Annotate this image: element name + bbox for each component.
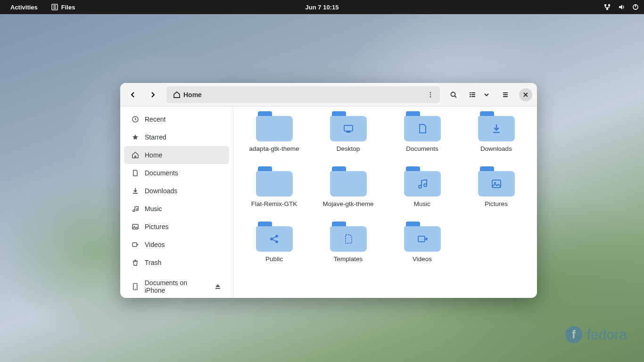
folder-public[interactable]: Public	[239, 219, 309, 265]
folder-desktop[interactable]: Desktop	[313, 108, 383, 155]
hamburger-menu-button[interactable]	[497, 87, 513, 103]
clock-button[interactable]: Jun 7 10:15	[299, 0, 346, 14]
svg-rect-20	[470, 94, 471, 95]
chevron-down-icon	[483, 91, 490, 99]
app-menu-label: Files	[61, 4, 75, 11]
sidebar-item-starred[interactable]: Starred	[124, 128, 229, 146]
sidebar-item-label: Trash	[145, 259, 161, 266]
app-menu-button[interactable]: Files	[44, 0, 82, 14]
sidebar-item-label: Starred	[145, 133, 166, 141]
sidebar-item-documents[interactable]: Documents	[124, 164, 229, 182]
fedora-logo-icon: f	[565, 326, 582, 343]
sidebar-item-home[interactable]: Home	[124, 146, 229, 164]
sidebar-item-label: Downloads	[145, 187, 177, 195]
sidebar-item-label: Recent	[145, 115, 165, 123]
path-segment-home[interactable]: Home	[170, 91, 205, 99]
list-view-icon	[469, 91, 476, 99]
system-tray[interactable]	[603, 3, 644, 11]
folder-icon	[256, 111, 293, 141]
folder-label: Pictures	[485, 200, 508, 207]
power-icon	[632, 3, 639, 11]
sidebar-item-pictures[interactable]: Pictures	[124, 218, 229, 236]
fedora-watermark: f fedora	[565, 326, 627, 343]
folder-icon	[478, 111, 515, 141]
folder-adapta-gtk-theme[interactable]: adapta-gtk-theme	[239, 108, 309, 155]
folder-icon	[256, 222, 293, 252]
folder-label: Templates	[334, 255, 363, 263]
header-bar: Home	[120, 83, 537, 107]
files-app-icon	[51, 3, 58, 11]
sidebar-item-label: Pictures	[145, 223, 169, 230]
svg-rect-6	[606, 8, 608, 10]
network-icon	[603, 3, 611, 11]
kebab-icon	[427, 91, 434, 98]
svg-rect-4	[604, 4, 606, 6]
sidebar-item-music[interactable]: Music	[124, 200, 229, 218]
folder-label: Desktop	[337, 145, 360, 152]
svg-rect-19	[471, 92, 475, 93]
close-icon	[523, 92, 528, 98]
sidebar-device-iphone[interactable]: Documents on iPhone	[124, 279, 229, 294]
folder-videos[interactable]: Videos	[387, 219, 457, 265]
close-button[interactable]	[519, 88, 532, 101]
music-icon	[132, 205, 139, 213]
folder-pictures[interactable]: Pictures	[461, 164, 531, 210]
folder-icon	[404, 166, 441, 197]
svg-point-13	[430, 92, 431, 93]
svg-rect-35	[132, 243, 137, 247]
sidebar-item-downloads[interactable]: Downloads	[124, 182, 229, 200]
svg-rect-22	[470, 96, 471, 97]
folder-flat-remix-gtk[interactable]: Flat-Remix-GTK	[239, 164, 309, 210]
search-button[interactable]	[446, 87, 462, 103]
chevron-left-icon	[129, 91, 137, 99]
home-icon	[132, 151, 139, 159]
sidebar-item-label: Documents	[145, 169, 178, 177]
svg-rect-21	[471, 94, 475, 95]
eject-icon[interactable]	[214, 283, 222, 290]
hamburger-icon	[502, 91, 509, 99]
picture-icon	[132, 223, 139, 230]
sidebar-item-label: Home	[145, 151, 162, 159]
folder-label: adapta-gtk-theme	[249, 145, 299, 152]
path-bar[interactable]: Home	[166, 86, 440, 103]
svg-point-14	[430, 94, 431, 95]
sidebar-device-label: Documents on iPhone	[145, 279, 209, 294]
forward-button[interactable]	[145, 87, 161, 103]
folder-label: Mojave-gtk-theme	[322, 200, 373, 207]
folder-documents[interactable]: Documents	[387, 108, 457, 155]
view-options-button[interactable]	[479, 87, 494, 103]
clock-icon	[132, 115, 139, 123]
files-window: Home RecentStarredHomeDocumentsDownloads	[120, 83, 537, 298]
folder-icon	[330, 166, 367, 197]
clock-label: Jun 7 10:15	[305, 4, 339, 11]
search-icon	[450, 91, 457, 99]
activities-button[interactable]: Activities	[4, 0, 44, 14]
folder-mojave-gtk-theme[interactable]: Mojave-gtk-theme	[313, 164, 383, 210]
folder-icon	[330, 111, 367, 141]
content-area[interactable]: adapta-gtk-theme Desktop Documents Downl…	[233, 107, 537, 298]
chevron-right-icon	[149, 91, 157, 99]
svg-rect-41	[344, 125, 353, 131]
folder-label: Videos	[413, 255, 432, 263]
folder-label: Public	[265, 255, 283, 263]
trash-icon	[132, 259, 139, 266]
folder-icon	[478, 166, 515, 197]
folder-templates[interactable]: Templates	[313, 219, 383, 265]
star-icon	[132, 133, 139, 141]
folder-icon	[404, 222, 441, 252]
sidebar-item-recent[interactable]: Recent	[124, 110, 229, 128]
back-button[interactable]	[125, 87, 141, 103]
svg-rect-33	[132, 224, 138, 229]
sidebar: RecentStarredHomeDocumentsDownloadsMusic…	[120, 107, 233, 298]
view-list-button[interactable]	[465, 87, 479, 103]
phone-icon	[132, 283, 139, 290]
home-icon	[173, 91, 181, 99]
path-menu-button[interactable]	[425, 91, 436, 98]
folder-downloads[interactable]: Downloads	[461, 108, 531, 155]
sidebar-item-videos[interactable]: Videos	[124, 236, 229, 254]
sidebar-item-trash[interactable]: Trash	[124, 254, 229, 272]
folder-music[interactable]: Music	[387, 164, 457, 210]
folder-label: Music	[414, 200, 430, 207]
folder-icon	[256, 166, 293, 197]
sidebar-item-label: Music	[145, 205, 162, 213]
